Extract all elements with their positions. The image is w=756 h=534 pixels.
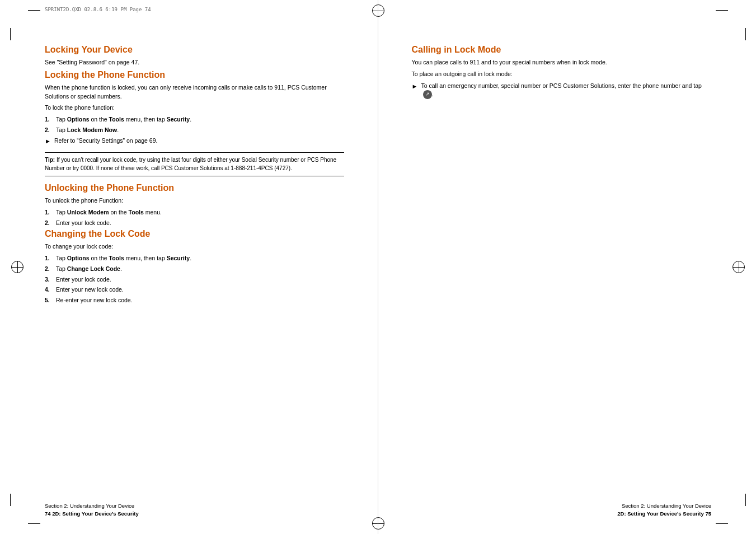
tip-text: If you can’t recall your lock code, try … (45, 157, 336, 171)
step-content: Tap Lock Modem Now. (56, 126, 344, 135)
step-num: 2. (45, 219, 56, 228)
step-content: Tap Change Lock Code. (56, 265, 344, 274)
left-page: SPRINT2D.QXD 02.8.6 6:19 PM Page 74 Lock… (0, 0, 378, 534)
step-content: Enter your lock code. (56, 275, 344, 284)
calling-lock-to-place: To place an outgoing call in lock mode: (412, 70, 712, 79)
section-locking-device: Locking Your Device See "Setting Passwor… (45, 45, 344, 67)
locking-phone-bullet: ► Refer to “Security Settings” on page 6… (45, 137, 344, 146)
locking-phone-to-lock: To lock the phone function: (45, 104, 344, 113)
unlocking-phone-heading: Unlocking the Phone Function (45, 183, 344, 193)
step-num: 2. (45, 265, 56, 274)
tip-label: Tip: (45, 157, 55, 163)
bullet-text: Refer to “Security Settings” on page 69. (54, 137, 157, 146)
changing-step-1: 1. Tap Options on the Tools menu, then t… (45, 254, 344, 263)
locking-phone-intro: When the phone function is locked, you c… (45, 83, 344, 101)
changing-step-4: 4. Enter your new lock code. (45, 285, 344, 294)
phone-icon (423, 90, 432, 99)
tip-box: Tip: If you can’t recall your lock code,… (45, 152, 344, 176)
bullet-arrow-icon: ► (45, 137, 53, 146)
changing-lock-intro: To change your lock code: (45, 242, 344, 251)
step-content: Tap Options on the Tools menu, then tap … (56, 254, 344, 263)
step-num: 1. (45, 115, 56, 124)
footer-page-line: 2D: Setting Your Device’s Security 75 (617, 510, 711, 517)
changing-step-5: 5. Re-enter your new lock code. (45, 296, 344, 305)
locking-phone-step-2: 2. Tap Lock Modem Now. (45, 126, 344, 135)
step-num: 3. (45, 275, 56, 284)
changing-step-3: 3. Enter your lock code. (45, 275, 344, 284)
step-num: 1. (45, 208, 56, 217)
footer-page-line: 74 2D: Setting Your Device’s Security (45, 510, 139, 517)
section-locking-phone: Locking the Phone Function When the phon… (45, 70, 344, 176)
bullet-arrow-icon: ► (412, 82, 420, 91)
unlocking-step-2: 2. Enter your lock code. (45, 219, 344, 228)
footer-section-line: Section 2: Understanding Your Device (45, 502, 139, 509)
bullet-text: To call an emergency number, special num… (421, 82, 712, 100)
locking-device-body: See "Setting Password" on page 47. (45, 58, 344, 67)
left-footer-content: Section 2: Understanding Your Device 74 … (45, 502, 139, 517)
calling-lock-bullet: ► To call an emergency number, special n… (412, 82, 712, 100)
unlocking-step-1: 1. Tap Unlock Modem on the Tools menu. (45, 208, 344, 217)
right-footer: Section 2: Understanding Your Device 2D:… (378, 502, 757, 517)
step-num: 1. (45, 254, 56, 263)
step-content: Enter your lock code. (56, 219, 344, 228)
locking-device-heading: Locking Your Device (45, 45, 344, 55)
step-content: Tap Unlock Modem on the Tools menu. (56, 208, 344, 217)
changing-lock-heading: Changing the Lock Code (45, 229, 344, 239)
page-spread: SPRINT2D.QXD 02.8.6 6:19 PM Page 74 Lock… (0, 0, 756, 534)
step-num: 5. (45, 296, 56, 305)
step-num: 2. (45, 126, 56, 135)
left-footer: Section 2: Understanding Your Device 74 … (0, 502, 378, 517)
section-calling-lock-mode: Calling in Lock Mode You can place calls… (412, 45, 712, 99)
unlocking-phone-intro: To unlock the phone Function: (45, 196, 344, 205)
left-content: Locking Your Device See "Setting Passwor… (45, 34, 344, 305)
changing-step-2: 2. Tap Change Lock Code. (45, 265, 344, 274)
step-content: Re-enter your new lock code. (56, 296, 344, 305)
file-info: SPRINT2D.QXD 02.8.6 6:19 PM Page 74 (45, 7, 151, 12)
step-content: Enter your new lock code. (56, 285, 344, 294)
footer-section-line: Section 2: Understanding Your Device (617, 502, 711, 509)
locking-phone-step-1: 1. Tap Options on the Tools menu, then t… (45, 115, 344, 124)
section-unlocking-phone: Unlocking the Phone Function To unlock t… (45, 183, 344, 227)
step-num: 4. (45, 285, 56, 294)
step-content: Tap Options on the Tools menu, then tap … (56, 115, 344, 124)
locking-phone-heading: Locking the Phone Function (45, 70, 344, 80)
calling-lock-mode-heading: Calling in Lock Mode (412, 45, 712, 55)
section-changing-lock-code: Changing the Lock Code To change your lo… (45, 229, 344, 305)
calling-lock-body: You can place calls to 911 and to your s… (412, 58, 712, 67)
right-page: Calling in Lock Mode You can place calls… (378, 0, 757, 534)
right-footer-content: Section 2: Understanding Your Device 2D:… (617, 502, 711, 517)
right-content: Calling in Lock Mode You can place calls… (412, 34, 712, 99)
